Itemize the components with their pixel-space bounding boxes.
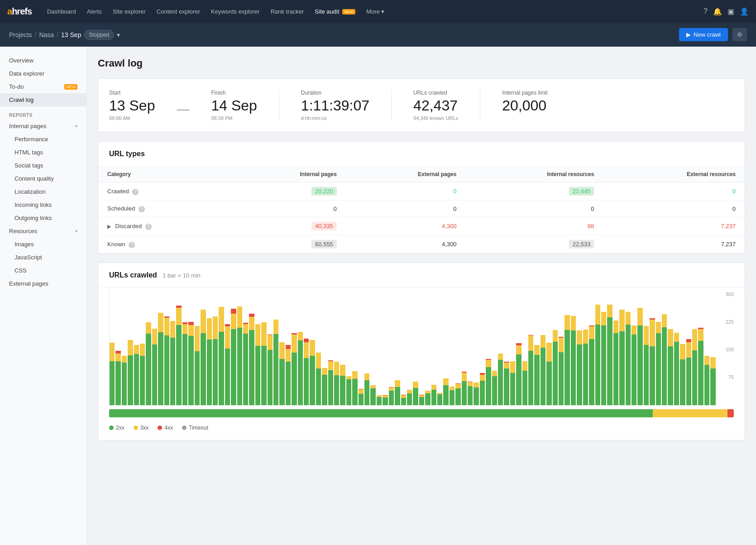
bar-group — [431, 292, 436, 405]
bar-3xx — [268, 335, 273, 350]
sidebar-item-resources[interactable]: Resources ▾ — [0, 225, 86, 238]
bar-2xx — [425, 393, 430, 406]
bar-3xx — [480, 375, 485, 381]
bar-group — [662, 292, 667, 405]
nav-site-audit[interactable]: Site audit NEW — [310, 5, 360, 18]
bar-2xx — [468, 386, 473, 405]
new-crawl-button[interactable]: ▶ New crawl — [679, 28, 728, 41]
breadcrumb-sep2: / — [57, 31, 58, 38]
nav-more[interactable]: More ▾ — [362, 5, 389, 18]
logo[interactable]: ahrefs — [7, 6, 32, 17]
bar-2xx — [601, 325, 606, 406]
help-icon-discarded[interactable]: ? — [145, 224, 152, 230]
nav-content-explorer[interactable]: Content explorer — [152, 5, 205, 18]
bar-2xx — [656, 333, 661, 405]
sidebar-item-outgoing-links[interactable]: Outgoing links — [0, 211, 86, 225]
notifications-icon[interactable]: 🔔 — [713, 7, 722, 16]
bar-group — [455, 292, 460, 405]
sidebar-item-social-tags[interactable]: Social tags — [0, 159, 86, 172]
bar-2xx — [322, 375, 327, 406]
bar-group — [377, 292, 382, 405]
bar-2xx — [450, 390, 455, 405]
col-category: Category — [98, 167, 230, 182]
bar-2xx — [407, 393, 412, 405]
sidebar-item-incoming-links[interactable]: Incoming links — [0, 198, 86, 211]
status-badge[interactable]: Stopped — [84, 30, 114, 40]
bar-2xx — [268, 350, 273, 405]
sidebar-item-todo[interactable]: To-do NEW — [0, 80, 86, 93]
bar-3xx — [370, 385, 375, 388]
bar-group — [115, 292, 120, 405]
bar-2xx — [340, 376, 345, 405]
breadcrumb-dropdown-icon[interactable]: ▾ — [117, 31, 120, 38]
bar-3xx — [346, 376, 351, 379]
bar-group — [401, 292, 406, 405]
nav-alerts[interactable]: Alerts — [82, 5, 106, 18]
bar-group — [546, 292, 551, 405]
chevron-down-icon-resources: ▾ — [75, 229, 77, 234]
bar-2xx — [219, 332, 224, 406]
bar-3xx — [292, 335, 297, 353]
cell-discarded-external: 4,300 — [346, 217, 466, 235]
bar-2xx — [619, 331, 624, 405]
help-icon-crawled[interactable]: ? — [132, 189, 139, 195]
bar-2xx — [589, 339, 594, 405]
bar-group — [589, 292, 594, 405]
expand-icon[interactable]: ▶ — [107, 224, 111, 229]
bar-2xx — [486, 367, 491, 405]
bar-group — [225, 292, 230, 405]
help-icon-scheduled[interactable]: ? — [139, 206, 145, 212]
legend-2xx: 2xx — [109, 425, 124, 431]
sidebar-item-css[interactable]: CSS — [0, 264, 86, 277]
sidebar-item-data-explorer[interactable]: Data explorer — [0, 67, 86, 80]
bar-2xx — [346, 379, 351, 405]
legend-3xx: 3xx — [134, 425, 149, 431]
bar-group — [619, 292, 624, 405]
nav-site-explorer[interactable]: Site explorer — [108, 5, 150, 18]
breadcrumb-nasa[interactable]: Nasa — [39, 31, 54, 38]
sidebar-item-performance[interactable]: Performance — [0, 133, 86, 146]
bar-group — [450, 292, 455, 405]
help-icon-known[interactable]: ? — [129, 242, 135, 248]
bar-3xx — [528, 335, 533, 351]
row-label-scheduled: Scheduled ? — [98, 201, 230, 217]
bar-2xx — [692, 350, 697, 405]
nav-links: Dashboard Alerts Site explorer Content e… — [43, 5, 703, 18]
cell-crawled-ext-res: 0 — [603, 182, 745, 201]
bar-2xx — [128, 355, 133, 405]
sidebar-item-content-quality[interactable]: Content quality — [0, 172, 86, 185]
breadcrumb: Projects / Nasa / 13 Sep Stopped ▾ — [9, 30, 120, 40]
bar-group — [268, 292, 273, 405]
bar-2xx — [674, 342, 679, 405]
user-icon[interactable]: 👤 — [740, 7, 749, 16]
breadcrumb-projects[interactable]: Projects — [9, 31, 32, 38]
bar-group — [613, 292, 618, 405]
nav-dashboard[interactable]: Dashboard — [43, 5, 81, 18]
duration-unit: d:hh:mm:ss — [301, 115, 369, 121]
nav-rank-tracker[interactable]: Rank tracker — [266, 5, 309, 18]
bar-3xx — [261, 322, 266, 346]
bar-2xx — [170, 338, 175, 405]
sidebar-item-html-tags[interactable]: HTML tags — [0, 146, 86, 159]
bar-3xx — [468, 382, 473, 386]
bar-3xx — [601, 312, 606, 325]
bar-3xx — [364, 373, 369, 380]
sidebar-item-localization[interactable]: Localization — [0, 185, 86, 198]
screen-icon[interactable]: ▣ — [727, 7, 734, 16]
sidebar-item-internal-pages[interactable]: Internal pages ▾ — [0, 120, 86, 133]
bar-group — [571, 292, 576, 405]
bar-2xx — [273, 334, 278, 405]
settings-button[interactable]: ⚙ — [732, 28, 747, 41]
bar-2xx — [292, 353, 297, 405]
nav-keywords-explorer[interactable]: Keywords explorer — [206, 5, 264, 18]
sidebar-item-crawl-log[interactable]: Crawl log — [0, 93, 86, 106]
bar-3xx — [571, 316, 576, 330]
sidebar-item-external-pages[interactable]: External pages — [0, 277, 86, 290]
sidebar-item-overview[interactable]: Overview — [0, 54, 86, 67]
bar-3xx — [334, 362, 339, 375]
bar-group — [462, 292, 467, 405]
sidebar-item-javascript[interactable]: JavaScript — [0, 251, 86, 264]
help-icon[interactable]: ? — [703, 7, 708, 15]
bar-3xx — [510, 361, 515, 373]
sidebar-item-images[interactable]: Images — [0, 238, 86, 251]
